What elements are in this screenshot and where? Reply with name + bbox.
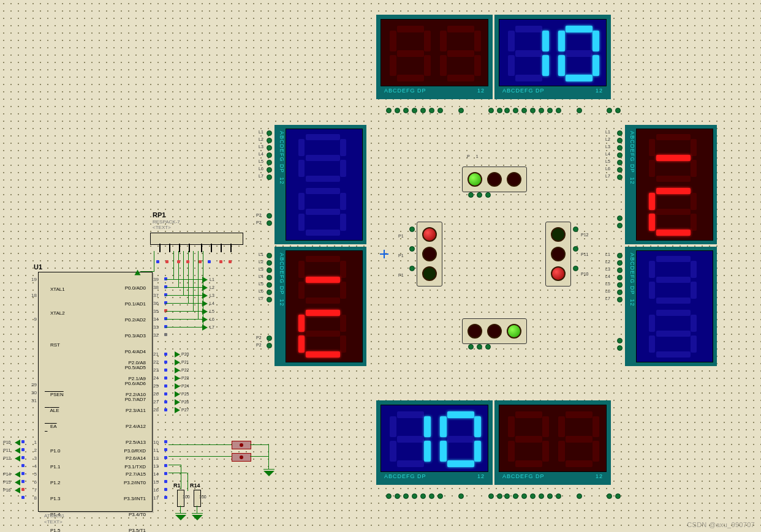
pin-label: P2.0/A8 (129, 360, 146, 365)
display-right-top: ABCDEFG DP 12 (625, 125, 717, 244)
r14-val: 100 (199, 495, 206, 499)
resnet-part: RESPACK-7 (153, 219, 180, 225)
push-button-2[interactable] (232, 453, 251, 462)
pin-num: 2 (34, 448, 37, 453)
r14-ref: R14 (190, 482, 200, 489)
net-label: P25 (181, 392, 189, 396)
net-label: P27 (181, 408, 189, 412)
net-label: P23 (181, 376, 189, 380)
net-label: P11 (3, 448, 10, 452)
pin-num: 27 (153, 399, 159, 405)
net-label: L4 (259, 152, 263, 156)
pin-num: 18 (31, 293, 37, 298)
pin-label: P3.0/RXD (124, 448, 146, 454)
pin-num: 39 (153, 277, 159, 282)
pin-num: 3 (34, 455, 37, 461)
pin-num: 22 (153, 359, 159, 365)
net-label: L2 (605, 137, 610, 141)
net-label: P16 (3, 488, 10, 492)
pin-num: 35 (153, 309, 159, 314)
disp-pins-grp: 12 (477, 473, 485, 479)
net-label: L7 (605, 296, 610, 301)
net-label: L2 (210, 285, 214, 290)
pin-label: P2.2/A10 (126, 392, 146, 397)
pin-num: 13 (153, 463, 159, 469)
pin-num: 37 (153, 293, 159, 298)
pin-num: 17 (153, 495, 159, 501)
pin-label: P1.3 (50, 496, 60, 501)
pin-num: 5 (34, 471, 37, 477)
pin-label: P0.0/AD0 (125, 285, 146, 291)
net-label: P21 (181, 360, 189, 364)
pin-label: PSEN (50, 392, 64, 397)
pin-num: 8 (34, 495, 37, 501)
pin-num: 25 (153, 383, 159, 389)
pin-num: 12 (153, 455, 159, 461)
net-label: P22 (181, 368, 189, 372)
traffic-light-right (545, 222, 571, 287)
pin-num: 6 (34, 479, 37, 485)
net-label: P2 (256, 213, 262, 217)
disp-pins-vert: ABCDEFG DP 12 (629, 129, 636, 241)
net-label: L5 (259, 282, 263, 286)
display-top-blue: ABCDEFG DP12 (494, 15, 611, 99)
net-label: L3 (210, 293, 214, 298)
pin-num: 16 (153, 487, 159, 493)
display-left-bottom: ABCDEFG DP 12 (274, 247, 366, 366)
net-label: L5 (259, 159, 263, 163)
net-label: P1 (467, 154, 485, 159)
net-label: L3 (259, 144, 263, 149)
net-label: P14 (3, 472, 10, 476)
display-left-top: ABCDEFG DP 12 (274, 125, 366, 244)
net-label: L1 (259, 130, 263, 134)
pin-num: 32 (153, 332, 159, 338)
pin-label: P2.1/A9 (129, 376, 146, 381)
pin-num: 14 (153, 471, 159, 477)
pin-num: 33 (153, 324, 159, 330)
pin-label: P1.0 (50, 448, 60, 454)
net-label: L1 (605, 252, 610, 257)
net-label: P2 (256, 343, 262, 347)
disp-pins-vert: ABCDEFG DP 12 (278, 129, 286, 241)
net-label: L3 (259, 267, 263, 271)
display-top-red: ABCDEFG DP12 (376, 15, 493, 99)
r1-ref: R1 (173, 482, 181, 489)
pin-label: P0.1/AD1 (125, 301, 146, 307)
push-button-1[interactable] (232, 441, 251, 449)
traffic-light-bottom (462, 318, 527, 344)
traffic-light-left (417, 222, 442, 287)
pin-label: XTAL2 (50, 310, 65, 316)
resnet-tag: <TEXT> (153, 225, 171, 230)
pin-label: XTAL1 (50, 287, 65, 292)
net-label: P2 (256, 335, 262, 340)
display-bottom-blue: ABCDEFG DP12 (376, 400, 493, 485)
disp-pins-grp: 12 (596, 473, 603, 479)
disp-pins-grp: 12 (596, 88, 603, 94)
net-label: L7 (259, 296, 263, 301)
net-label: L5 (210, 309, 214, 313)
net-label: L6 (259, 289, 263, 293)
pin-label: P2.4/A12 (126, 424, 146, 429)
mcu-part: AT89C51 (44, 513, 64, 519)
pin-num: 11 (153, 448, 159, 453)
pin-num: 38 (153, 285, 159, 290)
pin-num: 31 (31, 398, 37, 403)
pin-num: 23 (153, 367, 159, 373)
net-label: L4 (210, 301, 214, 305)
pin-label: P3.2/INT0 (124, 480, 146, 485)
traffic-light-top (462, 167, 527, 192)
net-label: L7 (259, 174, 263, 178)
net-label: P11 (581, 252, 588, 257)
disp-pins-abc: ABCDEFG DP (384, 473, 426, 479)
microcontroller-u1: XTAL1 XTAL2 RST PSEN ALE EA P1.0 P1.1 P1… (38, 272, 153, 512)
net-label: P1 (398, 273, 404, 277)
mcu-tag: <TEXT> (44, 519, 62, 525)
pin-num: 1 (34, 440, 37, 445)
net-label: L5 (605, 282, 610, 286)
net-label: L7 (210, 325, 214, 329)
r1-val: 100 (183, 495, 190, 499)
net-label: L7 (605, 174, 610, 178)
net-label: L2 (259, 137, 263, 141)
net-label: P15 (3, 480, 10, 484)
pin-num: 24 (153, 375, 159, 381)
